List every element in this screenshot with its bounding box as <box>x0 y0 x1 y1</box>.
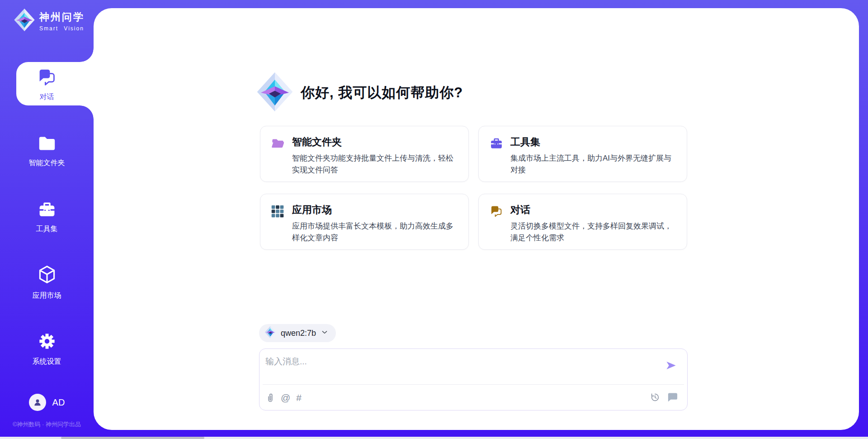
sidebar-item-label: 智能文件夹 <box>29 158 65 168</box>
brand: 神州问学 Smart Vision <box>14 8 85 33</box>
sidebar-item-settings[interactable]: 系统设置 <box>0 332 94 367</box>
sidebar-item-app-market[interactable]: 应用市场 <box>0 265 94 301</box>
sidebar-item-chat[interactable]: 对话 <box>0 68 94 102</box>
toolbox-icon <box>38 201 57 220</box>
card-title: 应用市场 <box>292 203 458 217</box>
sidebar-item-label: 工具集 <box>36 224 58 234</box>
avatar <box>29 394 46 411</box>
card-description: 应用市场提供丰富长文本模板，助力高效生成多样化文章内容 <box>292 220 458 244</box>
user-account[interactable]: AD <box>0 394 94 411</box>
brand-subtitle: Smart Vision <box>39 25 85 32</box>
brand-name: 神州问学 <box>39 10 85 24</box>
card-description: 智能文件夹功能支持批量文件上传与清洗，轻松实现文件问答 <box>292 153 458 176</box>
toolbox-icon <box>490 137 503 152</box>
card-app-market[interactable]: 应用市场 应用市场提供丰富长文本模板，助力高效生成多样化文章内容 <box>260 194 469 250</box>
card-title: 工具集 <box>510 135 676 149</box>
message-composer: @ # <box>259 348 688 410</box>
brand-diamond-logo-icon <box>14 8 35 33</box>
mention-icon[interactable]: @ <box>281 393 290 402</box>
greeting-text: 你好, 我可以如何帮助你? <box>301 83 463 102</box>
sidebar-item-label: 应用市场 <box>33 291 61 301</box>
sidebar-item-toolset[interactable]: 工具集 <box>0 201 94 234</box>
composer-toolbar: @ # <box>259 385 687 410</box>
chevron-down-icon <box>321 328 329 338</box>
copyright-text: ©神州数码 · 神州问学出品 <box>0 420 94 429</box>
card-description: 集成市场上主流工具，助力AI与外界无缝扩展与对接 <box>510 153 676 176</box>
card-smart-folder[interactable]: 智能文件夹 智能文件夹功能支持批量文件上传与清洗，轻松实现文件问答 <box>260 126 469 182</box>
message-input[interactable] <box>259 349 657 383</box>
model-name: qwen2:7b <box>281 329 316 338</box>
sidebar-item-label: 系统设置 <box>33 357 61 367</box>
horizontal-scrollbar[interactable] <box>0 437 868 439</box>
chat-icon <box>37 68 57 88</box>
diamond-logo-icon <box>264 326 276 340</box>
folder-open-icon <box>271 137 285 152</box>
grid-icon <box>271 205 284 220</box>
card-title: 对话 <box>510 203 676 217</box>
sidebar: 神州问学 Smart Vision 对话 智能文件夹 工具集 <box>0 0 94 439</box>
main-content-panel: 你好, 我可以如何帮助你? 智能文件夹 智能文件夹功能支持批量文件上传与清洗，轻… <box>94 8 859 430</box>
horizontal-scrollbar-thumb[interactable] <box>61 437 204 439</box>
card-chat[interactable]: 对话 灵活切换多模型文件，支持多样回复效果调试，满足个性化需求 <box>478 194 687 250</box>
history-icon[interactable] <box>650 392 660 402</box>
feedback-bubble-icon[interactable] <box>667 392 678 402</box>
send-icon[interactable] <box>664 359 678 373</box>
diamond-logo-icon <box>256 72 293 114</box>
user-initials: AD <box>52 397 65 408</box>
feature-cards: 智能文件夹 智能文件夹功能支持批量文件上传与清洗，轻松实现文件问答 工具集 集成… <box>260 126 687 250</box>
greeting: 你好, 我可以如何帮助你? <box>256 72 463 114</box>
gear-icon <box>38 332 57 353</box>
topic-hash-icon[interactable]: # <box>296 393 302 402</box>
folder-icon <box>37 135 57 154</box>
attachment-icon[interactable] <box>265 392 275 403</box>
model-selector[interactable]: qwen2:7b <box>259 324 336 342</box>
sidebar-item-label: 对话 <box>40 92 54 102</box>
cube-icon <box>37 265 57 286</box>
card-description: 灵活切换多模型文件，支持多样回复效果调试，满足个性化需求 <box>510 220 676 244</box>
card-title: 智能文件夹 <box>292 135 458 149</box>
sidebar-item-smart-folder[interactable]: 智能文件夹 <box>0 135 94 168</box>
chat-icon <box>490 205 503 219</box>
card-toolset[interactable]: 工具集 集成市场上主流工具，助力AI与外界无缝扩展与对接 <box>478 126 687 182</box>
